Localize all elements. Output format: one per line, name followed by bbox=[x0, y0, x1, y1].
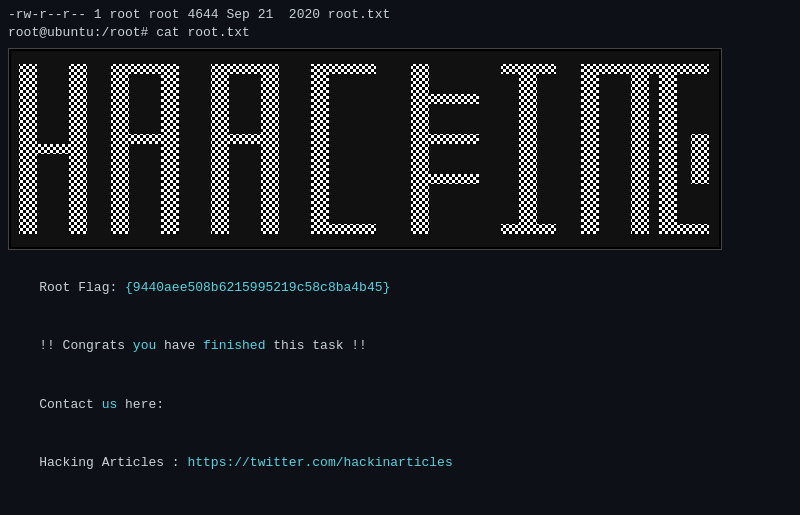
svg-rect-16 bbox=[311, 64, 329, 234]
command-line: root@ubuntu:/root# cat root.txt bbox=[8, 24, 796, 42]
svg-rect-25 bbox=[501, 224, 556, 234]
jeenali-line: Jeenali Kothari : https://www.linkedin.c… bbox=[8, 495, 796, 515]
svg-rect-11 bbox=[111, 134, 179, 144]
root-flag-label: Root Flag: bbox=[39, 280, 125, 295]
svg-rect-10 bbox=[111, 64, 179, 74]
svg-rect-7 bbox=[19, 144, 87, 154]
hacking-url: https://twitter.com/hackinarticles bbox=[187, 455, 452, 470]
header-line: -rw-r--r-- 1 root root 4644 Sep 21 2020 … bbox=[8, 6, 796, 24]
contact-here: here: bbox=[117, 397, 164, 412]
svg-rect-30 bbox=[659, 64, 709, 74]
svg-rect-22 bbox=[429, 174, 479, 184]
svg-rect-24 bbox=[519, 64, 537, 234]
contact-prefix: Contact bbox=[39, 397, 101, 412]
svg-rect-15 bbox=[211, 134, 279, 144]
hacking-label: Hacking Articles : bbox=[39, 455, 187, 470]
terminal: -rw-r--r-- 1 root root 4644 Sep 21 2020 … bbox=[4, 4, 800, 515]
banner-container bbox=[8, 48, 722, 250]
congrats-prefix: !! Congrats bbox=[39, 338, 133, 353]
banner-art bbox=[11, 51, 719, 247]
congrats-have: have bbox=[156, 338, 203, 353]
congrats-task: task !! bbox=[305, 338, 367, 353]
svg-rect-17 bbox=[311, 64, 376, 74]
congrats-you: you bbox=[133, 338, 156, 353]
svg-rect-18 bbox=[311, 224, 376, 234]
contact-us: us bbox=[102, 397, 118, 412]
congrats-this: this bbox=[265, 338, 304, 353]
svg-rect-8 bbox=[111, 64, 129, 234]
hacking-line: Hacking Articles : https://twitter.com/h… bbox=[8, 436, 796, 491]
svg-rect-31 bbox=[659, 224, 709, 234]
root-flag-value: {9440aee508b6215995219c58c8ba4b45} bbox=[125, 280, 390, 295]
congrats-finished: finished bbox=[203, 338, 265, 353]
svg-rect-20 bbox=[429, 94, 479, 104]
svg-rect-14 bbox=[211, 64, 279, 74]
svg-rect-12 bbox=[211, 64, 229, 234]
svg-rect-28 bbox=[581, 64, 667, 74]
svg-rect-13 bbox=[261, 64, 279, 234]
contact-line: Contact us here: bbox=[8, 378, 796, 433]
svg-rect-27 bbox=[631, 64, 649, 234]
svg-rect-26 bbox=[581, 64, 599, 234]
congrats-line: !! Congrats you have finished this task … bbox=[8, 319, 796, 374]
root-flag-line: Root Flag: {9440aee508b6215995219c58c8ba… bbox=[8, 260, 796, 315]
svg-rect-21 bbox=[429, 134, 479, 144]
svg-rect-29 bbox=[659, 64, 677, 234]
svg-rect-19 bbox=[411, 64, 429, 234]
svg-rect-32 bbox=[691, 134, 709, 184]
svg-rect-9 bbox=[161, 64, 179, 234]
